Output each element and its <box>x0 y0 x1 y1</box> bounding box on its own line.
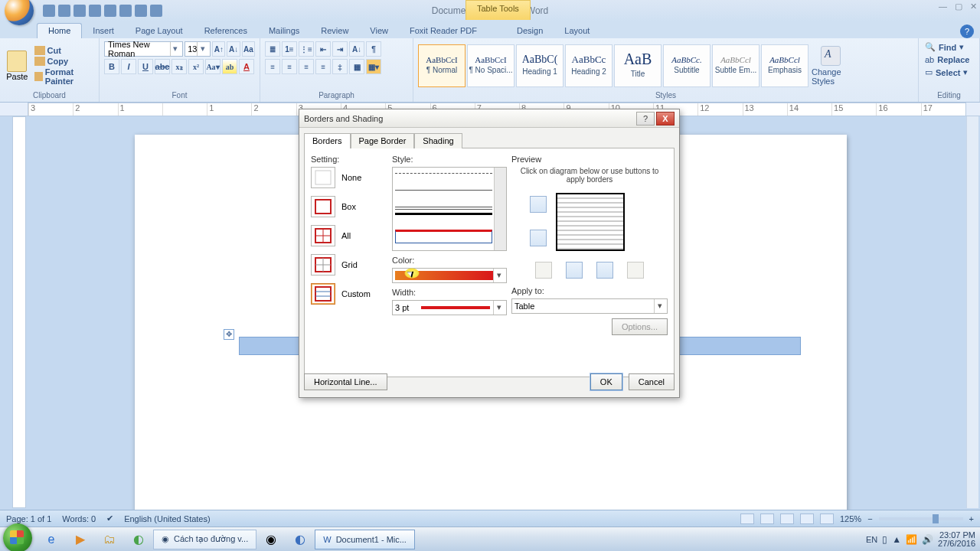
bold-button[interactable]: B <box>104 59 119 74</box>
chevron-down-icon[interactable]: ▾ <box>197 42 207 56</box>
maximize-button[interactable]: ▢ <box>955 2 962 11</box>
show-marks-button[interactable]: ¶ <box>366 41 381 57</box>
dialog-help-button[interactable]: ? <box>636 112 655 126</box>
status-proof-icon[interactable]: ✔ <box>106 514 113 523</box>
view-full-screen-button[interactable] <box>760 514 774 524</box>
change-case-button[interactable]: Aa▾ <box>205 59 220 74</box>
qat-open-icon[interactable] <box>104 5 116 17</box>
preview-hinner-border-button[interactable] <box>530 230 547 246</box>
tab-mailings[interactable]: Mailings <box>258 24 310 38</box>
help-icon[interactable]: ? <box>960 24 974 38</box>
chevron-down-icon[interactable]: ▾ <box>654 299 665 313</box>
view-outline-button[interactable] <box>800 514 814 524</box>
font-size-combo[interactable]: 13▾ <box>185 41 211 57</box>
qat-quickprint-icon[interactable] <box>150 5 162 17</box>
start-button[interactable] <box>3 523 32 552</box>
border-style-list[interactable] <box>392 167 507 251</box>
tab-page-layout[interactable]: Page Layout <box>125 24 194 38</box>
status-language[interactable]: English (United States) <box>124 514 211 523</box>
qat-preview-icon[interactable] <box>135 5 147 17</box>
dec-indent-button[interactable]: ⇤ <box>315 41 331 57</box>
vertical-ruler[interactable] <box>12 116 26 508</box>
line-spacing-button[interactable]: ‡ <box>332 59 348 74</box>
qat-save-icon[interactable] <box>43 5 55 17</box>
tray-lang[interactable]: EN <box>866 535 877 544</box>
style-normal[interactable]: AaBbCcI¶ Normal <box>418 44 466 87</box>
view-web-layout-button[interactable] <box>780 514 794 524</box>
tray-arrow-icon[interactable]: ▲ <box>892 534 901 545</box>
tab-layout[interactable]: Layout <box>554 24 600 38</box>
taskbar-media-icon[interactable]: ▶ <box>68 530 93 549</box>
format-painter-button[interactable]: Format Painter <box>33 67 94 86</box>
preview-vinner-border-button[interactable] <box>596 262 613 279</box>
tab-design[interactable]: Design <box>506 24 554 38</box>
highlight-button[interactable]: ab <box>222 59 237 74</box>
taskbar-app-icon[interactable]: ◐ <box>126 530 151 549</box>
copy-button[interactable]: Copy <box>33 56 94 67</box>
dialog-tab-borders[interactable]: Borders <box>304 133 351 148</box>
apply-to-combo[interactable]: Table▾ <box>511 298 668 314</box>
shading-button[interactable]: ▦ <box>349 59 364 74</box>
zoom-level[interactable]: 125% <box>840 514 861 523</box>
setting-custom[interactable]: Custom <box>311 283 387 305</box>
tab-home[interactable]: Home <box>37 23 82 38</box>
taskbar-app2-icon[interactable]: ◐ <box>288 530 312 549</box>
tab-insert[interactable]: Insert <box>82 24 125 38</box>
taskbar-explorer-icon[interactable]: 🗂 <box>97 530 122 549</box>
preview-page[interactable] <box>556 193 625 251</box>
qat-print-icon[interactable] <box>119 5 132 17</box>
taskbar-chrome-icon[interactable]: ◉ <box>259 530 283 549</box>
style-heading1[interactable]: AaBbC(Heading 1 <box>516 44 564 87</box>
dialog-tab-page-border[interactable]: Page Border <box>351 133 415 148</box>
ok-button[interactable]: OK <box>590 373 622 390</box>
find-button[interactable]: 🔍 Find ▾ <box>923 41 975 53</box>
paste-button[interactable]: Paste <box>5 51 30 81</box>
setting-none[interactable]: None <box>311 167 387 188</box>
tab-review[interactable]: Review <box>310 24 359 38</box>
bullets-button[interactable]: ≣ <box>265 41 280 57</box>
borders-button[interactable]: ▦▾ <box>366 59 381 74</box>
cancel-button[interactable]: Cancel <box>629 373 675 390</box>
tray-flag-icon[interactable]: ▯ <box>882 534 887 545</box>
border-width-combo[interactable]: 3 pt▾ <box>392 300 507 315</box>
italic-button[interactable]: I <box>121 59 136 74</box>
taskbar-task-word[interactable]: WDocument1 - Mic... <box>315 530 415 549</box>
dialog-tab-shading[interactable]: Shading <box>414 133 462 148</box>
tab-references[interactable]: References <box>194 24 258 38</box>
superscript-button[interactable]: x² <box>188 59 204 74</box>
preview-diag-tl-button[interactable] <box>535 262 552 279</box>
preview-diag-tr-button[interactable] <box>627 262 644 279</box>
tray-clock[interactable]: 23:07 PM 27/6/2016 <box>938 531 975 548</box>
options-button[interactable]: Options... <box>612 318 668 335</box>
preview-diagram[interactable] <box>528 188 651 257</box>
multilevel-button[interactable]: ⋮≡ <box>299 41 314 57</box>
tab-view[interactable]: View <box>359 24 399 38</box>
style-subtitle[interactable]: AaBbCc.Subtitle <box>663 44 710 87</box>
styles-gallery[interactable]: AaBbCcI¶ Normal AaBbCcI¶ No Spaci... AaB… <box>418 44 808 87</box>
horizontal-line-button[interactable]: Horizontal Line... <box>304 373 387 390</box>
align-center-button[interactable]: ≡ <box>282 59 297 74</box>
style-emphasis[interactable]: AaBbCclEmphasis <box>761 44 808 87</box>
font-color-button[interactable]: A <box>239 59 254 74</box>
chevron-down-icon[interactable]: ▾ <box>493 301 504 315</box>
sort-button[interactable]: A↓ <box>349 41 364 57</box>
taskbar-task-chrome[interactable]: ◉Cách tạo đường v... <box>153 530 256 549</box>
underline-button[interactable]: U <box>138 59 153 74</box>
clear-format-button[interactable]: Aa <box>242 41 255 57</box>
chevron-down-icon[interactable]: ▾ <box>170 42 179 56</box>
font-family-combo[interactable]: Times New Roman▾ <box>104 41 183 57</box>
tab-foxit[interactable]: Foxit Reader PDF <box>399 24 488 38</box>
inc-indent-button[interactable]: ⇥ <box>332 41 348 57</box>
status-words[interactable]: Words: 0 <box>62 514 96 523</box>
system-tray[interactable]: EN ▯ ▲ 📶 🔊 23:07 PM 27/6/2016 <box>866 531 980 548</box>
style-no-spacing[interactable]: AaBbCcI¶ No Spaci... <box>467 44 514 87</box>
setting-grid[interactable]: Grid <box>311 254 387 276</box>
replace-button[interactable]: ab Replace <box>923 54 975 65</box>
setting-all[interactable]: All <box>311 225 387 246</box>
minimize-button[interactable]: — <box>939 2 947 11</box>
zoom-in-button[interactable]: + <box>969 514 974 523</box>
view-draft-button[interactable] <box>820 514 834 524</box>
chevron-down-icon[interactable]: ▾ <box>493 269 504 282</box>
zoom-out-button[interactable]: − <box>867 514 872 523</box>
style-title[interactable]: AaBTitle <box>614 44 662 87</box>
